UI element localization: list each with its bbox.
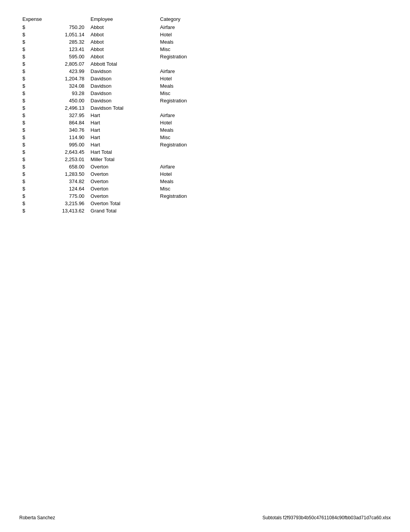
cell-amount: 2,496.13 <box>45 104 88 112</box>
cell-category <box>157 60 203 68</box>
cell-category: Hotel <box>157 119 203 126</box>
table-row: $1,051.14AbbotHotel <box>19 31 203 38</box>
cell-amount: 423.99 <box>45 68 88 75</box>
cell-dollar: $ <box>19 163 45 170</box>
table-row: $775.00OvertonRegistration <box>19 192 203 200</box>
table-row: $658.00OvertonAirfare <box>19 163 203 170</box>
cell-amount: 3,215.96 <box>45 200 88 207</box>
cell-employee: Davidson Total <box>88 104 157 112</box>
cell-dollar: $ <box>19 156 45 163</box>
cell-dollar: $ <box>19 148 45 156</box>
cell-amount: 2,253.01 <box>45 156 88 163</box>
table-row: $114.90HartMisc <box>19 134 203 141</box>
cell-dollar: $ <box>19 75 45 82</box>
cell-category <box>157 104 203 112</box>
cell-category: Hotel <box>157 75 203 82</box>
cell-category: Misc <box>157 90 203 97</box>
table-row: $324.08DavidsonMeals <box>19 82 203 90</box>
footer-right: Subtotals f2f93793b4b50c47611084c90fbb03… <box>263 515 391 520</box>
cell-amount: 450.00 <box>45 97 88 104</box>
cell-amount: 124.64 <box>45 185 88 192</box>
cell-dollar: $ <box>19 112 45 119</box>
cell-employee: Davidson <box>88 90 157 97</box>
table-body: $750.20AbbotAirfare$1,051.14AbbotHotel$2… <box>19 24 203 214</box>
cell-amount: 995.00 <box>45 141 88 148</box>
table-row: $450.00DavidsonRegistration <box>19 97 203 104</box>
table-row: $2,496.13Davidson Total <box>19 104 203 112</box>
cell-category: Airfare <box>157 112 203 119</box>
cell-dollar: $ <box>19 31 45 38</box>
cell-category: Meals <box>157 82 203 90</box>
cell-category: Registration <box>157 141 203 148</box>
cell-category: Hotel <box>157 170 203 178</box>
cell-amount: 13,413.62 <box>45 207 88 214</box>
cell-amount: 1,204.78 <box>45 75 88 82</box>
cell-employee: Overton <box>88 170 157 178</box>
cell-employee: Hart Total <box>88 148 157 156</box>
cell-employee: Davidson <box>88 82 157 90</box>
cell-category: Airfare <box>157 24 203 31</box>
cell-amount: 324.08 <box>45 82 88 90</box>
cell-category: Meals <box>157 126 203 134</box>
cell-employee: Davidson <box>88 97 157 104</box>
cell-category: Misc <box>157 46 203 53</box>
cell-category: Meals <box>157 38 203 46</box>
cell-dollar: $ <box>19 97 45 104</box>
cell-dollar: $ <box>19 207 45 214</box>
cell-amount: 1,283.50 <box>45 170 88 178</box>
cell-dollar: $ <box>19 24 45 31</box>
cell-amount: 374.82 <box>45 178 88 185</box>
table-row: $995.00HartRegistration <box>19 141 203 148</box>
cell-dollar: $ <box>19 141 45 148</box>
cell-category: Registration <box>157 192 203 200</box>
table-row: $3,215.96Overton Total <box>19 200 203 207</box>
cell-dollar: $ <box>19 82 45 90</box>
table-row: $864.84HartHotel <box>19 119 203 126</box>
cell-employee: Hart <box>88 126 157 134</box>
cell-dollar: $ <box>19 126 45 134</box>
cell-employee: Hart <box>88 141 157 148</box>
cell-category: Airfare <box>157 163 203 170</box>
cell-category: Registration <box>157 97 203 104</box>
cell-employee: Overton <box>88 163 157 170</box>
cell-amount: 327.95 <box>45 112 88 119</box>
cell-amount: 775.00 <box>45 192 88 200</box>
cell-amount: 123.41 <box>45 46 88 53</box>
cell-amount: 2,805.07 <box>45 60 88 68</box>
cell-dollar: $ <box>19 38 45 46</box>
cell-dollar: $ <box>19 192 45 200</box>
cell-amount: 340.76 <box>45 126 88 134</box>
cell-dollar: $ <box>19 185 45 192</box>
cell-employee: Miller Total <box>88 156 157 163</box>
cell-category: Registration <box>157 53 203 60</box>
cell-employee: Grand Total <box>88 207 157 214</box>
cell-employee: Overton <box>88 178 157 185</box>
cell-employee: Hart <box>88 112 157 119</box>
cell-amount: 595.00 <box>45 53 88 60</box>
header-category: Category <box>157 15 203 24</box>
cell-employee: Overton <box>88 192 157 200</box>
cell-dollar: $ <box>19 60 45 68</box>
cell-category <box>157 156 203 163</box>
table-row: $750.20AbbotAirfare <box>19 24 203 31</box>
table-row: $1,204.78DavidsonHotel <box>19 75 203 82</box>
cell-employee: Overton <box>88 185 157 192</box>
cell-dollar: $ <box>19 178 45 185</box>
cell-employee: Abbot <box>88 46 157 53</box>
table-row: $340.76HartMeals <box>19 126 203 134</box>
cell-employee: Davidson <box>88 68 157 75</box>
cell-dollar: $ <box>19 46 45 53</box>
cell-amount: 658.00 <box>45 163 88 170</box>
cell-amount: 750.20 <box>45 24 88 31</box>
cell-dollar: $ <box>19 90 45 97</box>
table-row: $285.32AbbotMeals <box>19 38 203 46</box>
cell-dollar: $ <box>19 134 45 141</box>
header-employee: Employee <box>88 15 157 24</box>
cell-employee: Abbott Total <box>88 60 157 68</box>
table-row: $327.95HartAirfare <box>19 112 203 119</box>
cell-employee: Overton Total <box>88 200 157 207</box>
header-expense-label: Expense <box>19 15 45 24</box>
table-row: $2,253.01Miller Total <box>19 156 203 163</box>
cell-employee: Abbot <box>88 38 157 46</box>
cell-dollar: $ <box>19 53 45 60</box>
